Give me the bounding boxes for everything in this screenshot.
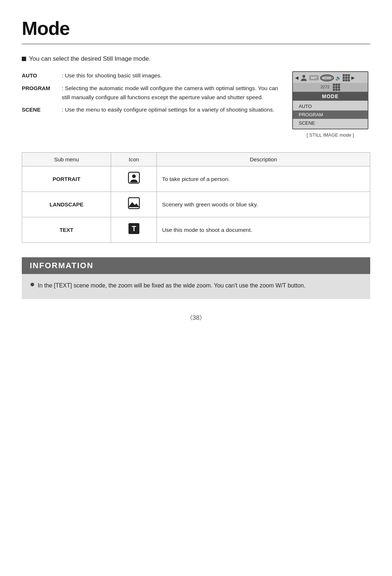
table-header-description: Description (157, 153, 370, 166)
lcd-menu-program: PROGRAM (293, 110, 368, 119)
lcd-speaker-icon: 🔈 (335, 75, 341, 81)
mode-auto-row: AUTO : Use this for shooting basic still… (22, 71, 279, 80)
table-header-submenu: Sub menu (22, 153, 111, 166)
lcd-menu-scene: SCENE (293, 119, 368, 127)
mode-auto-label: AUTO (22, 71, 62, 80)
scene-table: Sub menu Icon Description PORTRAIT To ta… (22, 152, 370, 243)
information-section: INFORMATION In the [TEXT] scene mode, th… (22, 257, 370, 299)
svg-marker-4 (128, 202, 139, 207)
intro-line: You can select the desired Still Image m… (22, 55, 370, 63)
information-header: INFORMATION (22, 257, 370, 274)
lcd-number-grid-icon (333, 84, 340, 91)
lcd-caption: [ STILL IMAGE mode ] (307, 132, 354, 138)
landscape-icon-cell (111, 192, 157, 217)
lcd-top-icons: ◀ SET MODE 🔈 (293, 72, 368, 83)
text-mode-icon: T (128, 222, 140, 235)
lcd-grid-icon (343, 74, 350, 81)
landscape-label: LANDSCAPE (22, 192, 111, 217)
lcd-mode-header: MODE (293, 92, 368, 101)
intro-text: You can select the desired Still Image m… (29, 55, 151, 63)
mode-scene-row: SCENE : Use the menu to easily configure… (22, 105, 279, 114)
lcd-menu-auto: AUTO (293, 102, 368, 110)
lcd-arrow-right-icon: ▶ (351, 75, 355, 80)
page-number: 《38》 (22, 314, 370, 322)
table-row-landscape: LANDSCAPE Scenery with green woods or bl… (22, 192, 370, 217)
square-bullet-icon (22, 57, 26, 61)
svg-point-0 (302, 75, 305, 78)
information-text: In the [TEXT] scene mode, the zoom will … (38, 281, 305, 290)
lcd-menu-items: AUTO PROGRAM SCENE (293, 101, 368, 129)
landscape-icon (128, 197, 140, 209)
landscape-desc: Scenery with green woods or blue sky. (157, 192, 370, 217)
table-header-icon: Icon (111, 153, 157, 166)
camera-lcd: ◀ SET MODE 🔈 (292, 71, 368, 129)
lcd-mode-icon: MODE (320, 74, 334, 81)
info-bullet-icon (30, 283, 34, 286)
svg-text:T: T (132, 225, 136, 233)
lcd-number-row: 2272 (293, 83, 368, 92)
modes-text: AUTO : Use this for shooting basic still… (22, 71, 279, 138)
portrait-icon-cell (111, 166, 157, 192)
text-icon-cell: T (111, 217, 157, 243)
text-label: TEXT (22, 217, 111, 243)
lcd-person-icon (300, 74, 308, 82)
table-row-text: TEXT T Use this mode to shoot a document… (22, 217, 370, 243)
mode-scene-label: SCENE (22, 105, 62, 114)
mode-program-row: PROGRAM : Selecting the automatic mode w… (22, 84, 279, 102)
lcd-set-icon: SET (309, 75, 319, 80)
text-desc: Use this mode to shoot a document. (157, 217, 370, 243)
portrait-label: PORTRAIT (22, 166, 111, 192)
modes-section: AUTO : Use this for shooting basic still… (22, 71, 370, 138)
lcd-arrow-left-icon: ◀ (295, 75, 298, 80)
page-title: Mode (22, 17, 370, 44)
portrait-icon (128, 172, 140, 184)
mode-scene-desc: : Use the menu to easily configure optim… (62, 105, 279, 114)
svg-point-2 (132, 174, 136, 178)
mode-auto-desc: : Use this for shooting basic still imag… (62, 71, 279, 80)
mode-program-label: PROGRAM (22, 84, 62, 102)
table-row-portrait: PORTRAIT To take picture of a person. (22, 166, 370, 192)
information-body: In the [TEXT] scene mode, the zoom will … (22, 281, 370, 290)
portrait-desc: To take picture of a person. (157, 166, 370, 192)
camera-lcd-wrapper: ◀ SET MODE 🔈 (290, 71, 370, 138)
mode-program-desc: : Selecting the automatic mode will conf… (62, 84, 279, 102)
